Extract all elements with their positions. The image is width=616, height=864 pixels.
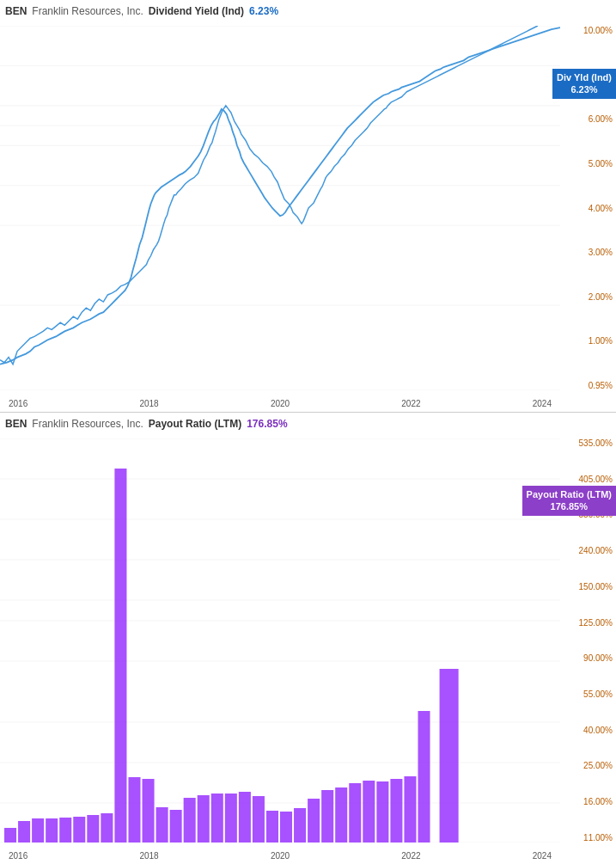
bottom-chart-svg (0, 438, 560, 843)
svg-rect-29 (128, 777, 140, 843)
svg-rect-30 (143, 779, 155, 843)
svg-rect-20 (4, 828, 16, 843)
bottom-chart-area (0, 438, 560, 843)
top-ticker: BEN (5, 5, 27, 17)
svg-rect-34 (198, 795, 210, 843)
svg-rect-37 (239, 792, 251, 843)
svg-rect-25 (73, 817, 85, 843)
dividend-yield-chart: BEN Franklin Resources, Inc. Dividend Yi… (0, 0, 616, 413)
svg-rect-46 (363, 781, 375, 843)
svg-rect-33 (184, 798, 196, 843)
svg-rect-24 (59, 818, 71, 843)
bottom-ticker: BEN (5, 418, 27, 430)
svg-rect-47 (376, 781, 388, 843)
svg-rect-38 (253, 796, 265, 843)
svg-rect-27 (101, 813, 113, 843)
top-metric: Dividend Yield (Ind) (149, 5, 244, 17)
svg-rect-48 (390, 779, 402, 843)
top-chart-header: BEN Franklin Resources, Inc. Dividend Yi… (5, 5, 278, 17)
svg-rect-40 (280, 812, 292, 843)
svg-rect-26 (87, 815, 99, 843)
svg-rect-50 (418, 711, 430, 843)
svg-rect-21 (18, 821, 30, 843)
svg-rect-23 (46, 818, 58, 843)
svg-rect-39 (266, 811, 278, 843)
svg-rect-35 (211, 794, 223, 843)
svg-rect-22 (32, 818, 44, 843)
bottom-value: 176.85% (247, 418, 287, 430)
bottom-x-axis: 2016 2018 2020 2022 2024 (0, 851, 560, 861)
svg-rect-32 (170, 810, 182, 843)
top-chart-svg (0, 26, 560, 390)
top-data-label: Div Yld (Ind) 6.23% (552, 69, 616, 99)
svg-rect-44 (335, 787, 347, 843)
top-chart-area (0, 26, 560, 390)
payout-ratio-chart: BEN Franklin Resources, Inc. Payout Rati… (0, 413, 616, 864)
svg-rect-36 (225, 794, 237, 843)
svg-rect-51 (440, 669, 459, 843)
bottom-metric: Payout Ratio (LTM) (149, 418, 241, 430)
svg-rect-31 (156, 807, 168, 843)
svg-rect-42 (308, 799, 320, 843)
svg-rect-49 (404, 776, 416, 843)
svg-rect-43 (321, 790, 333, 843)
top-company: Franklin Resources, Inc. (32, 5, 143, 17)
main-container: BEN Franklin Resources, Inc. Dividend Yi… (0, 0, 616, 864)
bottom-company: Franklin Resources, Inc. (32, 418, 143, 430)
bottom-chart-header: BEN Franklin Resources, Inc. Payout Rati… (5, 418, 288, 430)
svg-rect-45 (349, 783, 361, 843)
top-value: 6.23% (249, 5, 278, 17)
svg-rect-28 (114, 469, 126, 843)
svg-rect-41 (294, 808, 306, 843)
top-x-axis: 2016 2018 2020 2022 2024 (0, 399, 560, 408)
